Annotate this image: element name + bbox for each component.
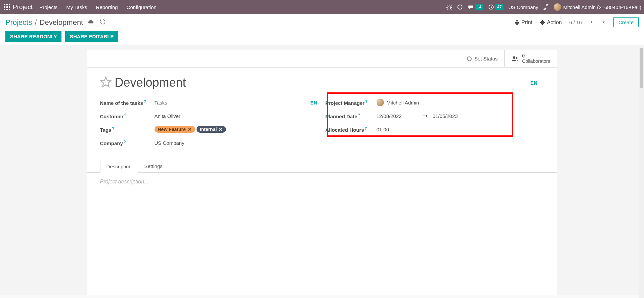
planned-date-start[interactable]: 12/08/2022 (377, 113, 402, 119)
customer-value[interactable]: Anita Oliver (155, 113, 319, 119)
company-value[interactable]: US Company (155, 140, 319, 146)
print-button[interactable]: Print (514, 19, 532, 26)
svg-point-9 (448, 6, 451, 9)
scrollbar-thumb[interactable] (640, 48, 643, 88)
set-status-button[interactable]: Set Status (460, 50, 504, 67)
tools-icon[interactable] (543, 4, 549, 10)
bug-icon[interactable] (446, 4, 452, 10)
description-placeholder: Project description... (100, 179, 149, 184)
status-row: Set Status 0 Collaborators (87, 50, 557, 68)
title-row: Development EN (87, 68, 557, 92)
discard-icon[interactable] (100, 19, 106, 26)
nav-reporting[interactable]: Reporting (96, 4, 118, 10)
breadcrumb: Projects / Development (5, 18, 83, 27)
users-icon (511, 55, 519, 62)
project-manager-value[interactable]: Mitchell Admin (377, 99, 544, 106)
arrow-right-icon (422, 113, 428, 119)
breadcrumb-current: Development (40, 18, 83, 27)
tag-remove-icon[interactable]: ✕ (219, 127, 223, 132)
allocated-hours-value[interactable]: 01:00 (377, 127, 544, 132)
field-company: Company? US Company (100, 136, 319, 150)
svg-rect-5 (9, 6, 10, 8)
field-tags: Tags? New Feature✕ Internal✕ (100, 123, 319, 136)
svg-rect-1 (6, 4, 8, 5)
share-row: SHARE READONLY SHARE EDITABLE (0, 28, 644, 45)
svg-rect-0 (4, 4, 5, 5)
tags-value[interactable]: New Feature✕ Internal✕ (155, 126, 319, 133)
project-title[interactable]: Development (115, 76, 186, 90)
fields-grid: Name of the tasks? Tasks EN Customer? An… (87, 92, 557, 160)
svg-marker-15 (101, 77, 110, 87)
field-customer: Customer? Anita Oliver (100, 109, 319, 123)
tab-settings[interactable]: Settings (138, 160, 169, 172)
name-of-tasks-lang[interactable]: EN (310, 100, 317, 105)
brand-label[interactable]: Project (13, 3, 33, 11)
support-icon[interactable] (457, 4, 463, 10)
company-switcher[interactable]: US Company (508, 4, 538, 10)
dirty-indicator-icon[interactable] (88, 19, 94, 26)
action-button[interactable]: Action (540, 19, 562, 26)
share-editable-button[interactable]: SHARE EDITABLE (65, 31, 119, 42)
nav-configuration[interactable]: Configuration (127, 4, 157, 10)
apps-icon[interactable] (4, 4, 10, 10)
control-bar: Projects / Development Print Action 6 / … (0, 14, 644, 28)
messages-indicator[interactable]: 14 (468, 4, 483, 10)
title-lang-tag[interactable]: EN (530, 80, 538, 86)
description-body[interactable]: Project description... (87, 173, 557, 226)
tab-description[interactable]: Description (100, 160, 138, 173)
help-icon[interactable]: ? (365, 99, 368, 103)
user-name: Mitchell Admin (21680404-16-0-all) (563, 4, 641, 10)
scrollbar[interactable] (639, 48, 644, 298)
top-nav: Project Projects My Tasks Reporting Conf… (0, 0, 644, 14)
svg-rect-8 (9, 9, 10, 10)
fields-left-col: Name of the tasks? Tasks EN Customer? An… (100, 96, 319, 150)
share-readonly-button[interactable]: SHARE READONLY (5, 31, 61, 42)
field-project-manager: Project Manager? Mitchell Admin (326, 96, 544, 109)
activities-badge: 47 (495, 4, 504, 10)
breadcrumb-sep: / (35, 18, 37, 27)
favorite-star-icon[interactable] (100, 76, 112, 89)
svg-point-14 (516, 57, 518, 59)
svg-rect-2 (9, 4, 10, 5)
avatar (554, 3, 561, 11)
name-of-tasks-value[interactable]: Tasks (155, 100, 310, 105)
status-radio-icon (467, 56, 472, 61)
pager[interactable]: 6 / 16 (569, 19, 582, 25)
user-menu[interactable]: Mitchell Admin (21680404-16-0-all) (554, 3, 641, 11)
pager-prev[interactable] (589, 19, 594, 26)
messages-badge: 14 (475, 4, 483, 10)
svg-rect-7 (6, 9, 8, 10)
help-icon[interactable]: ? (112, 126, 114, 130)
help-icon[interactable]: ? (365, 126, 367, 130)
create-button[interactable]: Create (613, 17, 639, 27)
svg-point-13 (513, 56, 515, 58)
planned-date-end[interactable]: 01/05/2023 (433, 113, 458, 119)
help-icon[interactable]: ? (124, 140, 126, 144)
svg-rect-3 (4, 6, 5, 8)
field-name-of-tasks: Name of the tasks? Tasks EN (100, 96, 319, 109)
tag-internal[interactable]: Internal✕ (197, 126, 226, 133)
field-planned-date: Planned Date? 12/08/2022 01/05/2023 (326, 109, 544, 123)
form-sheet: Set Status 0 Collaborators Development E… (87, 50, 557, 295)
tabs: Description Settings (87, 160, 557, 173)
content-scroll[interactable]: Set Status 0 Collaborators Development E… (0, 45, 644, 295)
help-icon[interactable]: ? (144, 99, 146, 103)
collab-count: 0 (522, 53, 550, 58)
user-avatar-icon (377, 99, 384, 106)
pager-next[interactable] (601, 19, 606, 26)
help-icon[interactable]: ? (124, 113, 127, 117)
field-allocated-hours: Allocated Hours? 01:00 (326, 123, 544, 136)
svg-rect-6 (4, 9, 5, 10)
nav-projects[interactable]: Projects (39, 4, 57, 10)
collab-label: Collaborators (522, 59, 550, 64)
tag-new-feature[interactable]: New Feature✕ (155, 126, 195, 133)
tag-remove-icon[interactable]: ✕ (188, 127, 192, 132)
svg-rect-4 (6, 6, 8, 8)
help-icon[interactable]: ? (358, 113, 360, 117)
nav-my-tasks[interactable]: My Tasks (66, 4, 87, 10)
breadcrumb-root[interactable]: Projects (5, 18, 32, 27)
activities-indicator[interactable]: 47 (488, 4, 504, 10)
fields-right-col: Project Manager? Mitchell Admin Planned … (326, 96, 544, 150)
collaborators-button[interactable]: 0 Collaborators (504, 50, 557, 67)
